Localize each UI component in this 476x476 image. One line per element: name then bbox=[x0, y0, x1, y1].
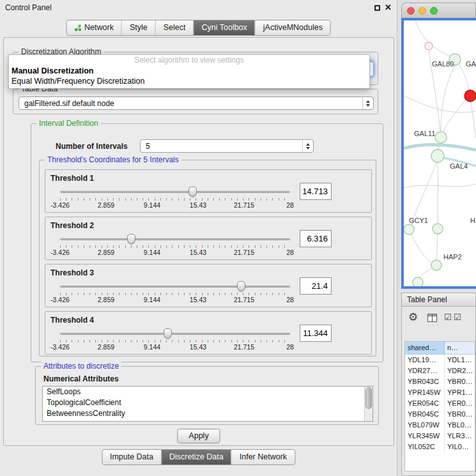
threshold-value-field[interactable]: 14.713 bbox=[300, 183, 332, 200]
scale-label: 21.715 bbox=[234, 249, 254, 256]
threshold-value-field[interactable]: 6.316 bbox=[300, 230, 332, 247]
float-window-icon[interactable] bbox=[374, 5, 380, 11]
table-row[interactable]: YBR045CYBR0… bbox=[405, 409, 475, 420]
close-traffic-light-icon[interactable] bbox=[407, 7, 415, 15]
list-item[interactable]: SelfLoops bbox=[43, 387, 372, 397]
slider-track[interactable] bbox=[60, 333, 290, 335]
scale-label: 2.859 bbox=[98, 249, 114, 256]
network-node-selected[interactable] bbox=[464, 90, 476, 102]
number-of-intervals-combobox[interactable]: 5 bbox=[140, 139, 314, 153]
minimize-traffic-light-icon[interactable] bbox=[418, 7, 426, 15]
scale-label: 21.715 bbox=[234, 343, 254, 351]
scrollbar-thumb[interactable] bbox=[365, 387, 372, 409]
slider-scale: -3.426 2.859 9.144 15.43 21.715 28 bbox=[60, 296, 290, 303]
interval-definition-group: Interval Definition Number of Intervals … bbox=[31, 123, 383, 362]
cell: YIL0… bbox=[445, 441, 475, 452]
scale-label: 9.144 bbox=[144, 249, 160, 256]
tab-network[interactable]: Network bbox=[66, 20, 121, 35]
cell: YBR043C bbox=[405, 376, 445, 387]
table-row[interactable]: YLR345WYLR3… bbox=[405, 431, 475, 441]
combo-stepper-icon[interactable] bbox=[302, 140, 313, 152]
group-title: Interval Definition bbox=[36, 119, 101, 128]
numerical-attributes-list: SelfLoops TopologicalCoefficient Between… bbox=[42, 386, 373, 422]
tab-label: Discretize Data bbox=[169, 452, 224, 461]
scrollbar[interactable] bbox=[364, 387, 372, 421]
list-item[interactable]: BetweennessCentrality bbox=[43, 408, 372, 419]
network-svg[interactable]: GAL80GAGAL11GAL4GCY1HHAP2 bbox=[404, 20, 476, 286]
slider-thumb[interactable] bbox=[237, 281, 245, 291]
table-panel-titlebar[interactable]: Table Panel bbox=[401, 293, 476, 307]
slider-thumb[interactable] bbox=[164, 328, 172, 339]
table-row[interactable]: YIL052CYIL0… bbox=[405, 441, 475, 452]
tab-cyni-toolbox[interactable]: Cyni Toolbox bbox=[193, 20, 254, 35]
network-window-titlebar[interactable] bbox=[401, 3, 476, 18]
zoom-traffic-light-icon[interactable] bbox=[430, 7, 438, 15]
threshold-panel: Threshold 1 -3.426 2.859 9.144 15.43 21.… bbox=[45, 169, 372, 213]
slider-track[interactable] bbox=[60, 238, 290, 240]
network-node-label: H bbox=[470, 217, 475, 224]
network-view-window: GAL80GAGAL11GAL4GCY1HHAP2 bbox=[401, 3, 476, 289]
network-node[interactable] bbox=[435, 132, 447, 143]
network-node[interactable] bbox=[404, 224, 414, 234]
network-node[interactable] bbox=[425, 42, 433, 50]
attributes-group: Attributes to discretize Numerical Attri… bbox=[35, 366, 379, 425]
scale-label: 28 bbox=[286, 201, 294, 209]
scale-label: 9.144 bbox=[144, 201, 160, 209]
threshold-slider[interactable]: -3.426 2.859 9.144 15.43 21.715 28 bbox=[60, 327, 290, 351]
tab-style[interactable]: Style bbox=[121, 20, 155, 35]
threshold-value-field[interactable]: 21.4 bbox=[300, 277, 332, 295]
tab-infer-network[interactable]: Infer Network bbox=[231, 450, 295, 464]
network-node[interactable] bbox=[433, 224, 443, 234]
slider-track[interactable] bbox=[60, 191, 290, 193]
dropdown-placeholder: Select algorithm to view settings bbox=[9, 55, 369, 66]
table-row[interactable]: YDR27…YDR2… bbox=[405, 365, 475, 376]
scale-label: -3.426 bbox=[50, 249, 70, 256]
dropdown-item-equal-width-frequency[interactable]: Equal Width/Frequency Discretization bbox=[9, 76, 369, 86]
close-icon[interactable]: ✕ bbox=[385, 3, 392, 12]
tab-jactivemnodules[interactable]: jActiveMNodules bbox=[255, 20, 330, 35]
table-row[interactable]: YER054CYER0… bbox=[405, 398, 475, 409]
network-node[interactable] bbox=[413, 277, 423, 286]
scale-label: 9.144 bbox=[144, 296, 160, 303]
network-edge bbox=[419, 268, 432, 277]
scale-label: 15.43 bbox=[190, 296, 206, 303]
threshold-slider[interactable]: -3.426 2.859 9.144 15.43 21.715 28 bbox=[60, 185, 290, 210]
tab-label: Infer Network bbox=[240, 452, 287, 461]
threshold-slider[interactable]: -3.426 2.859 9.144 15.43 21.715 28 bbox=[60, 233, 290, 257]
columns-icon[interactable] bbox=[427, 314, 437, 322]
network-node[interactable] bbox=[431, 150, 444, 162]
threshold-value-field[interactable]: 11.344 bbox=[300, 325, 332, 342]
network-node-label: GAL4 bbox=[450, 162, 468, 170]
tab-discretize-data[interactable]: Discretize Data bbox=[161, 450, 231, 464]
network-node[interactable] bbox=[431, 260, 441, 270]
cell: YLR345W bbox=[405, 431, 445, 441]
threshold-slider[interactable]: -3.426 2.859 9.144 15.43 21.715 28 bbox=[60, 280, 290, 304]
checkbox-icon[interactable]: ☑ bbox=[454, 313, 461, 321]
tab-select[interactable]: Select bbox=[155, 20, 194, 35]
tab-impute-data[interactable]: Impute Data bbox=[102, 450, 161, 464]
table-row[interactable]: YBR043CYBR0… bbox=[405, 376, 475, 387]
slider-track[interactable] bbox=[60, 286, 290, 288]
slider-thumb[interactable] bbox=[127, 234, 135, 244]
list-item[interactable]: TopologicalCoefficient bbox=[43, 397, 372, 408]
table-row[interactable]: YPR145WYPR1… bbox=[405, 387, 475, 398]
checkbox-icon[interactable]: ☑ bbox=[444, 313, 452, 321]
apply-button[interactable]: Apply bbox=[177, 429, 220, 443]
network-node-label: GCY1 bbox=[409, 217, 428, 224]
tab-label: Impute Data bbox=[110, 452, 153, 461]
cell: YLR3… bbox=[445, 431, 475, 441]
table-data-combobox[interactable]: galFiltered.sif default node bbox=[19, 96, 374, 110]
slider-ticks bbox=[60, 340, 290, 342]
network-view-frame: GAL80GAGAL11GAL4GCY1HHAP2 bbox=[401, 18, 476, 289]
gear-icon[interactable]: ⚙ bbox=[408, 312, 418, 323]
network-node-label: GAL11 bbox=[414, 130, 435, 137]
table-row[interactable]: YBL079WYBL0… bbox=[405, 420, 475, 431]
slider-thumb[interactable] bbox=[188, 187, 197, 197]
combo-stepper-icon[interactable] bbox=[362, 97, 373, 109]
column-header-name[interactable]: n… bbox=[445, 342, 475, 354]
scale-label: 15.43 bbox=[190, 249, 206, 256]
dropdown-item-manual-discretization[interactable]: Manual Discretization bbox=[9, 66, 369, 76]
column-header-shared-name[interactable]: shared… bbox=[405, 342, 445, 354]
network-edge bbox=[404, 145, 476, 150]
table-row[interactable]: YDL19…YDL1… bbox=[405, 355, 475, 365]
